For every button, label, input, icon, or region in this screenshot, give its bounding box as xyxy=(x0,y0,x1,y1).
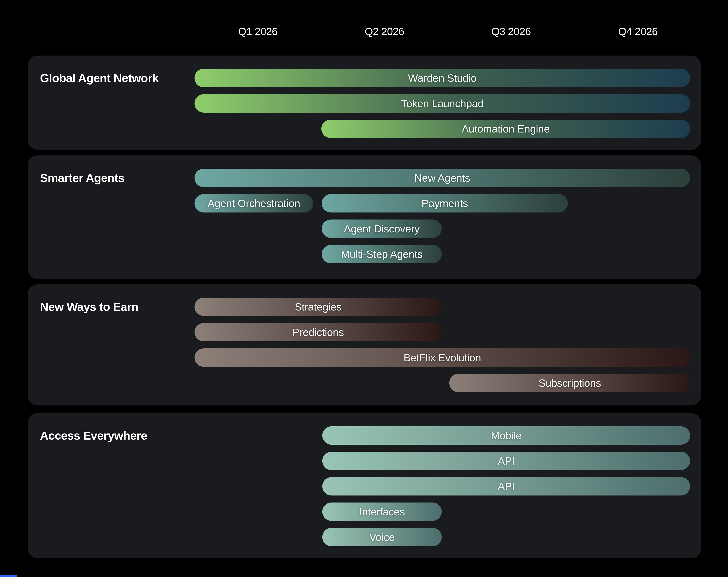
section-title: Smarter Agents xyxy=(40,169,124,187)
bar-label: Subscriptions xyxy=(539,377,601,389)
bar-label: Automation Engine xyxy=(462,123,550,135)
bottom-edge-blue-artifact xyxy=(0,575,18,577)
bar-label: Token Launchpad xyxy=(401,97,484,110)
bar-label: API xyxy=(498,480,515,493)
bar-label: New Agents xyxy=(414,172,470,184)
roadmap-bar-predictions: Predictions xyxy=(194,323,442,341)
quarter-label-4: Q4 2026 xyxy=(618,26,658,37)
section-title: Global Agent Network xyxy=(40,69,158,87)
roadmap-page: Q1 2026Q2 2026Q3 2026Q4 2026 Global Agen… xyxy=(0,0,728,577)
bar-label: Multi-Step Agents xyxy=(341,248,422,260)
quarter-label-2: Q2 2026 xyxy=(365,26,404,37)
roadmap-bar-multi-step-agents: Multi-Step Agents xyxy=(322,245,442,263)
roadmap-bar-interfaces: Interfaces xyxy=(322,502,442,521)
bar-label: Agent Discovery xyxy=(344,222,420,235)
roadmap-bar-new-agents: New Agents xyxy=(194,169,690,187)
bar-label: Agent Orchestration xyxy=(208,197,300,209)
bar-label: Voice xyxy=(369,531,395,543)
bar-label: Payments xyxy=(422,197,468,209)
section-title: New Ways to Earn xyxy=(40,297,138,316)
roadmap-bar-agent-discovery: Agent Discovery xyxy=(322,219,442,238)
roadmap-bar-strategies: Strategies xyxy=(194,297,442,316)
section-card-smarter-agents: Smarter AgentsNew AgentsAgent Orchestrat… xyxy=(28,155,701,279)
roadmap-bar-agent-orchestration: Agent Orchestration xyxy=(194,194,313,212)
quarter-label-1: Q1 2026 xyxy=(238,26,278,37)
bar-label: API xyxy=(498,455,515,467)
roadmap-bar-token-launchpad: Token Launchpad xyxy=(194,94,690,112)
section-title: Access Everywhere xyxy=(40,426,147,445)
roadmap-bar-betflix-evolution: BetFlix Evolution xyxy=(194,348,690,367)
roadmap-bar-api: API xyxy=(322,452,690,470)
section-card-global-agent-network: Global Agent NetworkWarden StudioToken L… xyxy=(28,55,701,150)
roadmap-bar-api: API xyxy=(322,477,690,496)
section-card-new-ways-to-earn: New Ways to EarnStrategiesPredictionsBet… xyxy=(28,284,701,405)
bar-label: Warden Studio xyxy=(408,72,477,84)
bar-label: Strategies xyxy=(295,300,341,313)
roadmap-bar-payments: Payments xyxy=(322,194,568,212)
roadmap-bar-subscriptions: Subscriptions xyxy=(449,374,690,392)
roadmap-bar-warden-studio: Warden Studio xyxy=(194,69,690,87)
bar-label: Mobile xyxy=(491,429,522,442)
roadmap-bar-mobile: Mobile xyxy=(322,426,690,445)
bar-label: Interfaces xyxy=(359,505,405,518)
section-card-access-everywhere: Access EverywhereMobileAPIAPIInterfacesV… xyxy=(28,413,701,558)
roadmap-bar-automation-engine: Automation Engine xyxy=(321,120,690,138)
roadmap-bar-voice: Voice xyxy=(322,528,442,546)
quarter-label-3: Q3 2026 xyxy=(491,26,531,37)
bar-label: Predictions xyxy=(292,326,344,338)
bar-label: BetFlix Evolution xyxy=(404,351,481,364)
